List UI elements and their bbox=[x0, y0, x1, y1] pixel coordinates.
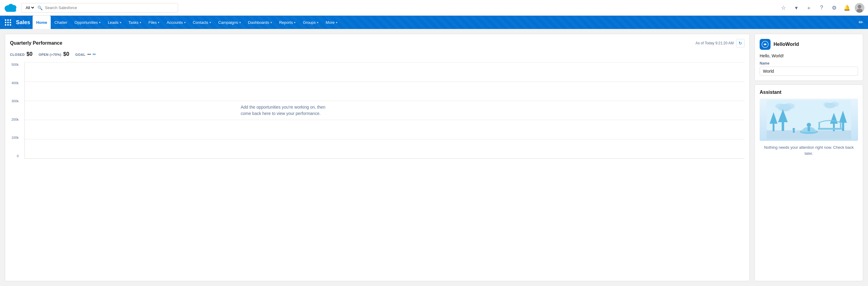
add-button[interactable]: ＋ bbox=[804, 3, 814, 13]
nav-item-files[interactable]: Files ▾ bbox=[145, 16, 163, 29]
nav-item-opportunities[interactable]: Opportunities ▾ bbox=[71, 16, 104, 29]
open-value: $0 bbox=[63, 51, 69, 57]
notifications-button[interactable]: 🔔 bbox=[842, 3, 852, 13]
svg-rect-28 bbox=[818, 128, 842, 130]
open-stat: OPEN (>70%) $0 bbox=[39, 51, 69, 57]
hello-card-header: HelloWorld bbox=[760, 39, 858, 50]
y-label-300k: 300k bbox=[11, 99, 19, 103]
favorites-button[interactable]: ☆ bbox=[779, 3, 788, 13]
chart-empty-message: Add the opportunities you're working on,… bbox=[241, 104, 331, 117]
nav-item-contacts[interactable]: Contacts ▾ bbox=[189, 16, 215, 29]
svg-point-12 bbox=[775, 103, 785, 109]
stats-row: CLOSED $0 OPEN (>70%) $0 GOAL -- ✏ bbox=[10, 51, 745, 57]
app-name-label: Sales bbox=[16, 19, 30, 26]
name-field-label: Name bbox=[760, 61, 858, 65]
svg-point-31 bbox=[793, 128, 795, 130]
svg-point-15 bbox=[823, 102, 831, 106]
chevron-down-icon: ▾ bbox=[210, 21, 211, 24]
hello-world-icon bbox=[760, 39, 771, 50]
nav-item-tasks[interactable]: Tasks ▾ bbox=[125, 16, 145, 29]
hello-world-card: HelloWorld Hello, World! Name bbox=[754, 34, 863, 81]
chevron-down-icon: ▾ bbox=[184, 21, 186, 24]
y-label-500k: 500k bbox=[11, 63, 19, 66]
chevron-down-icon: ▾ bbox=[158, 21, 159, 24]
svg-point-5 bbox=[858, 5, 861, 8]
chevron-down-icon: ▾ bbox=[120, 21, 121, 24]
y-label-400k: 400k bbox=[11, 81, 19, 85]
assistant-card: Assistant bbox=[754, 85, 863, 281]
y-label-200k: 200k bbox=[11, 118, 19, 121]
nav-item-accounts[interactable]: Accounts ▾ bbox=[163, 16, 189, 29]
panel-subtitle: As of Today 9:21:20 AM ↻ bbox=[695, 39, 745, 47]
user-avatar[interactable] bbox=[855, 3, 864, 13]
search-icon: 🔍 bbox=[37, 5, 42, 10]
chevron-down-icon: ▾ bbox=[239, 21, 241, 24]
right-panel: HelloWorld Hello, World! Name Assistant bbox=[754, 34, 863, 281]
closed-value: $0 bbox=[27, 51, 33, 57]
closed-label: CLOSED bbox=[10, 53, 25, 56]
help-button[interactable]: ? bbox=[817, 3, 826, 13]
svg-rect-17 bbox=[773, 123, 774, 131]
svg-rect-19 bbox=[782, 121, 784, 131]
closed-stat: CLOSED $0 bbox=[10, 51, 33, 57]
chevron-down-icon: ▾ bbox=[336, 21, 337, 24]
svg-point-14 bbox=[830, 102, 839, 107]
hello-greeting-text: Hello, World! bbox=[760, 54, 858, 58]
y-label-0: 0 bbox=[11, 154, 19, 158]
top-bar: All 🔍 ☆ ▾ ＋ ? ⚙ 🔔 bbox=[0, 0, 868, 16]
chart-grid bbox=[25, 62, 745, 158]
timestamp-label: As of Today 9:21:20 AM bbox=[695, 41, 734, 45]
goal-edit-icon[interactable]: ✏ bbox=[93, 52, 96, 57]
quarterly-performance-panel: Quarterly Performance As of Today 9:21:2… bbox=[5, 34, 750, 281]
refresh-button[interactable]: ↻ bbox=[736, 39, 745, 47]
svg-rect-29 bbox=[818, 123, 820, 128]
assistant-message-text: Nothing needs your attention right now. … bbox=[760, 145, 858, 156]
svg-rect-3 bbox=[5, 8, 16, 12]
chart-container: 500k 400k 300k 200k 100k 0 Add the oppor… bbox=[10, 62, 745, 159]
goal-stat: GOAL -- ✏ bbox=[75, 51, 96, 57]
svg-point-8 bbox=[764, 43, 766, 45]
chevron-down-icon: ▾ bbox=[317, 21, 318, 24]
nav-item-dashboards[interactable]: Dashboards ▾ bbox=[245, 16, 276, 29]
top-bar-right: ☆ ▾ ＋ ? ⚙ 🔔 bbox=[779, 3, 864, 13]
svg-rect-27 bbox=[808, 127, 810, 131]
search-bar: All 🔍 bbox=[21, 3, 178, 13]
nav-item-campaigns[interactable]: Campaigns ▾ bbox=[215, 16, 245, 29]
nav-item-leads[interactable]: Leads ▾ bbox=[104, 16, 125, 29]
favorites-dropdown-button[interactable]: ▾ bbox=[791, 3, 801, 13]
name-field-input[interactable] bbox=[760, 67, 858, 76]
assistant-title: Assistant bbox=[760, 90, 858, 95]
svg-rect-32 bbox=[793, 130, 795, 133]
assistant-illustration bbox=[760, 99, 858, 141]
y-axis-labels: 500k 400k 300k 200k 100k 0 bbox=[11, 62, 19, 158]
chevron-down-icon: ▾ bbox=[99, 21, 100, 24]
hello-world-title: HelloWorld bbox=[774, 42, 799, 47]
panel-header: Quarterly Performance As of Today 9:21:2… bbox=[10, 39, 745, 47]
search-input[interactable] bbox=[45, 5, 175, 10]
chevron-down-icon: ▾ bbox=[294, 21, 296, 24]
svg-point-26 bbox=[807, 123, 811, 127]
panel-title: Quarterly Performance bbox=[10, 40, 62, 46]
salesforce-logo[interactable] bbox=[4, 2, 18, 13]
svg-point-11 bbox=[784, 103, 795, 109]
main-content: Quarterly Performance As of Today 9:21:2… bbox=[0, 29, 868, 286]
svg-rect-30 bbox=[840, 123, 841, 128]
svg-rect-21 bbox=[833, 123, 835, 131]
search-filter-select[interactable]: All bbox=[25, 5, 35, 10]
chart-area: 500k 400k 300k 200k 100k 0 Add the oppor… bbox=[25, 62, 745, 159]
setup-button[interactable]: ⚙ bbox=[829, 3, 839, 13]
y-label-100k: 100k bbox=[11, 136, 19, 139]
nav-item-chatter[interactable]: Chatter bbox=[51, 16, 71, 29]
nav-item-home[interactable]: Home bbox=[33, 16, 51, 29]
goal-label: GOAL bbox=[75, 53, 85, 56]
nav-item-groups[interactable]: Groups ▾ bbox=[299, 16, 322, 29]
svg-rect-23 bbox=[842, 122, 844, 131]
nav-edit-button[interactable]: ✏ bbox=[856, 18, 866, 27]
chevron-down-icon: ▾ bbox=[140, 21, 141, 24]
chevron-down-icon: ▾ bbox=[271, 21, 272, 24]
app-launcher-button[interactable] bbox=[2, 18, 13, 27]
nav-item-reports[interactable]: Reports ▾ bbox=[276, 16, 300, 29]
open-label: OPEN (>70%) bbox=[39, 53, 62, 56]
nav-item-more[interactable]: More ▾ bbox=[322, 16, 341, 29]
nav-bar: Sales Home Chatter Opportunities ▾ Leads… bbox=[0, 16, 868, 29]
